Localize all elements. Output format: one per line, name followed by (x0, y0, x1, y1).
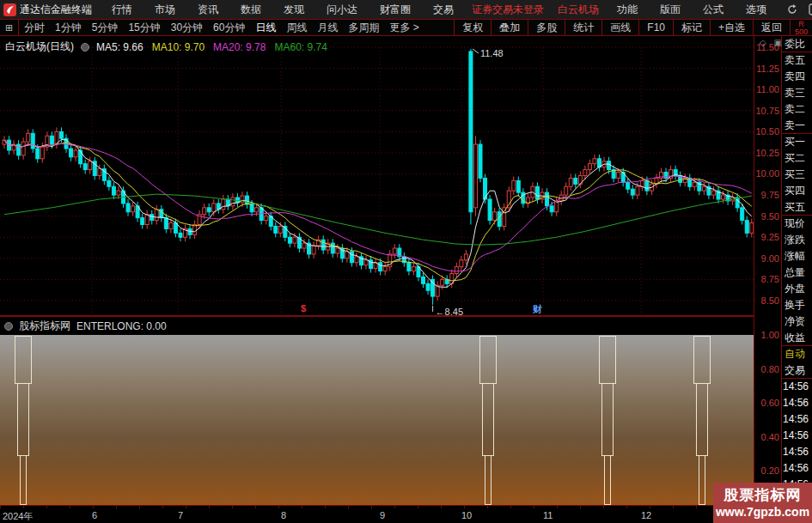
tool-button[interactable]: 复权 (454, 20, 491, 35)
phone-icon[interactable] (809, 3, 812, 15)
indicator-settings-icon[interactable] (4, 322, 13, 331)
app-logo-icon (3, 3, 16, 16)
menu-item[interactable]: 选项 (735, 3, 778, 17)
period-toolbar: ⊞ 分时1分钟5分钟15分钟30分钟60分钟日线周线月线多周期更多 > 复权叠加… (0, 19, 812, 36)
quote-row-label[interactable]: 净资 (782, 313, 812, 330)
quote-row-label[interactable]: 现价 (782, 216, 812, 232)
quote-rows: 委比卖五卖四卖三卖二卖一买一买二买三买四买五现价涨跌涨幅总量外盘换手净资收益自动… (782, 36, 812, 379)
price-tick-label: 9.00 (761, 253, 779, 264)
ma-value-label: MA5: 9.66 (96, 41, 143, 53)
quote-row-label[interactable]: 收益 (782, 330, 812, 346)
period-tab[interactable]: 日线 (250, 21, 281, 35)
tool-button[interactable]: 返回 (753, 20, 790, 35)
price-tick-label: 8.50 (761, 295, 779, 306)
terminal-window: 通达信金融终端 行情市场资讯数据发现问小达财富圈交易 证券交易未登录 白云机场 … (0, 0, 812, 523)
tool-button[interactable]: 多股 (528, 20, 565, 35)
quote-row-label[interactable]: 买二 (782, 150, 812, 167)
split-window-icon[interactable]: ⊞ (0, 20, 19, 35)
period-tab[interactable]: 月线 (312, 21, 343, 35)
tick-time: 14:56 (782, 444, 812, 460)
current-stock-name[interactable]: 白云机场 (551, 3, 606, 17)
quote-row-label[interactable]: 买三 (782, 167, 812, 183)
tool-button[interactable]: 画线 (601, 20, 638, 35)
period-tab[interactable]: 更多 > (384, 21, 424, 35)
period-tab[interactable]: 周线 (281, 21, 312, 35)
period-tab[interactable]: 5分钟 (87, 21, 124, 35)
quote-row-label[interactable]: 换手 (782, 297, 812, 313)
app-brand: 通达信金融终端 (0, 3, 101, 17)
menubar: 通达信金融终端 行情市场资讯数据发现问小达财富圈交易 证券交易未登录 白云机场 … (0, 0, 812, 19)
quote-panel: 委比卖五卖四卖三卖二卖一买一买二买三买四买五现价涨跌涨幅总量外盘换手净资收益自动… (782, 36, 812, 523)
event-marker-icon[interactable]: $ (301, 303, 306, 313)
period-tab[interactable]: 15分钟 (123, 21, 165, 35)
menu-item[interactable]: 市场 (143, 3, 186, 17)
quote-row-label[interactable]: 买五 (782, 199, 812, 216)
svg-text:11.48: 11.48 (480, 48, 504, 58)
menu-item[interactable]: 行情 (101, 3, 143, 17)
menu-item[interactable]: 公式 (692, 3, 735, 17)
period-tab[interactable]: 1分钟 (50, 21, 87, 35)
price-tick-label: 10.25 (755, 148, 779, 158)
quote-row-label[interactable]: 涨跌 (782, 232, 812, 248)
indicator-value: ENTERLONG: 0.00 (76, 320, 167, 332)
price-tick-label: 11.00 (756, 84, 779, 94)
indicator-settings-icon[interactable] (81, 43, 89, 52)
right-menu: 功能版面公式选项 (606, 3, 778, 17)
menu-item[interactable]: 财富圈 (369, 3, 422, 17)
quote-row-label[interactable]: 总量 (782, 265, 812, 281)
refresh-icon[interactable] (786, 3, 798, 15)
period-tab[interactable]: 30分钟 (166, 21, 208, 35)
ma-value-label: MA60: 9.74 (274, 41, 327, 53)
indicator-header[interactable]: 股标指标网 ENTERLONG: 0.00 (0, 316, 754, 335)
event-marker-icon[interactable]: 财 (533, 303, 542, 316)
price-tick-label: 10.75 (755, 106, 779, 116)
ma-value-label: MA10: 9.70 (152, 41, 205, 53)
quote-row-label[interactable]: 卖二 (782, 101, 812, 118)
quote-row-label[interactable]: 涨幅 (782, 248, 812, 265)
quote-row-label[interactable]: 买四 (782, 183, 812, 199)
menu-item[interactable]: 问小达 (315, 3, 369, 17)
price-tick-label: 9.75 (761, 190, 779, 200)
menu-item[interactable]: 发现 (272, 3, 315, 17)
price-tick-label: 10.50 (755, 126, 779, 137)
quote-row-label[interactable]: 自动 (782, 346, 812, 362)
quote-row-label[interactable]: 卖四 (782, 69, 812, 85)
quote-row-label[interactable]: 买一 (782, 134, 812, 150)
menu-item[interactable]: 资讯 (186, 3, 229, 17)
tick-time: 14:56 (782, 460, 812, 477)
period-tab[interactable]: 60分钟 (208, 21, 250, 35)
quote-row-label[interactable]: 委比 (782, 36, 812, 52)
menu-item[interactable]: 功能 (606, 3, 649, 17)
quote-row-label[interactable]: 卖三 (782, 85, 812, 101)
tool-button[interactable]: 统计 (565, 20, 601, 35)
period-tab[interactable]: 多周期 (343, 21, 384, 35)
tick-time: 14:56 (782, 411, 812, 428)
quote-row-label[interactable]: 交易 (782, 362, 812, 379)
date-label: 2024年 (3, 510, 33, 523)
tool-button[interactable]: F10 (638, 20, 673, 35)
tool-button[interactable]: +自选 (710, 20, 753, 35)
date-label: 10 (461, 510, 472, 520)
period-tab[interactable]: 分时 (19, 21, 50, 35)
enterlong-panel[interactable] (0, 335, 754, 505)
quote-row-label[interactable]: 外盘 (782, 281, 812, 297)
date-label: 12 (641, 510, 651, 520)
axis-divider (754, 36, 754, 505)
tick-time: 14:56 (782, 395, 812, 411)
tool-button[interactable]: 叠加 (491, 20, 528, 35)
quote-row-label[interactable]: 卖一 (782, 118, 812, 134)
site-watermark: 股票指标网 www.7gpzb.com (713, 483, 812, 523)
price-tick-label: 11.25 (756, 64, 779, 74)
quote-row-label[interactable]: 卖五 (782, 52, 812, 69)
main-kline-chart[interactable]: 白云机场(日线) MA5: 9.66MA10: 9.70MA20: 9.78MA… (0, 36, 754, 316)
price-tick-label: 9.50 (761, 211, 779, 222)
tick-time: 14:56 (782, 428, 812, 444)
tool-button[interactable]: 标记 (673, 20, 710, 35)
menu-item[interactable]: 版面 (649, 3, 692, 17)
menu-item[interactable]: 数据 (229, 3, 272, 17)
tick-time: 14:56 (782, 379, 812, 395)
login-status[interactable]: 证券交易未登录 (465, 3, 551, 17)
chart-corner-icons[interactable]: ◇ ▣ (760, 38, 785, 47)
menu-item[interactable]: 交易 (422, 3, 465, 17)
indicator-name: 股标指标网 (19, 319, 70, 333)
